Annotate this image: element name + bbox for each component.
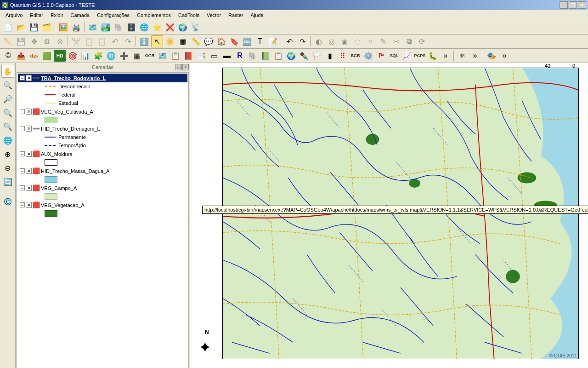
info-c-icon[interactable]: Ⓒ [1,196,14,208]
move-feature-icon[interactable]: ✥ [28,35,40,47]
collapse-icon[interactable]: − [20,151,25,156]
panel-undock-icon[interactable]: ◫ [175,64,182,70]
add-postgis-icon[interactable]: 🐘 [113,21,124,33]
gps-icon[interactable]: 📡 [190,21,202,33]
save-edits-icon[interactable]: 💾 [15,35,27,47]
plugin-dots-icon[interactable]: ⠿ [337,50,349,62]
deselect-icon[interactable]: ☀️ [164,35,176,47]
zoom-next-icon[interactable]: ⊖ [1,161,14,174]
layer-checkbox[interactable]: ✕ [26,75,32,81]
copyright-icon[interactable]: © [2,50,14,62]
plugin-mask-icon[interactable]: 🎭 [486,50,498,62]
merge-icon[interactable]: ⧉ [403,35,415,47]
menu-exibir[interactable]: Exibir [47,11,67,19]
deletering-icon[interactable]: ◌ [351,35,363,47]
menu-camada[interactable]: Camada [67,11,94,19]
collapse-icon[interactable]: − [20,168,25,173]
add-spatialite-icon[interactable]: 🗄️ [125,21,137,33]
plugin-bgr-icon[interactable]: BGR [350,50,362,62]
plugin-r-icon[interactable]: R [234,50,246,62]
georef-icon[interactable]: 🎯 [67,50,79,62]
layer-veg-campo[interactable]: − ✕ 🟥 VEG_Campo_A [18,184,187,192]
edit-toggle-icon[interactable]: ✏️ [2,35,14,47]
plugin-grid-icon[interactable]: ▦ [131,50,143,62]
print-icon[interactable]: 🖨️ [70,21,82,33]
plugin-elephant-icon[interactable]: 🐘 [247,50,259,62]
add-vector-icon[interactable]: 🗺️ [87,21,99,33]
split-icon[interactable]: ✂ [390,35,402,47]
pan-icon[interactable]: ✋ [1,65,14,78]
delete-selected-icon[interactable]: ⊘ [54,35,66,47]
collapse-icon[interactable]: − [20,75,25,80]
panel-close-icon[interactable]: ✕ [182,64,189,70]
collapse-icon[interactable]: − [20,202,25,207]
menu-cadtools[interactable]: CadTools [175,11,203,19]
zoom-select-icon[interactable]: 🔍 [1,106,14,119]
menu-complementos[interactable]: Complementos [133,11,175,19]
layer-veg-cultivada[interactable]: − ✕ 🟥 VEG_Veg_Cultivada_A [18,107,187,116]
new-shapefile-icon[interactable]: ⭐ [151,21,163,33]
menu-vector[interactable]: Vector [203,11,225,19]
add-wms-icon[interactable]: 🌐 [138,21,150,33]
plugin-more-icon[interactable]: » [440,50,452,62]
open-project-icon[interactable]: 📂 [15,21,27,33]
plugin-table-icon[interactable]: 📋 [272,50,284,62]
plugin-ogr-icon[interactable]: OGR [144,50,156,62]
form-annotation-icon[interactable]: 📝 [267,35,279,47]
layer-checkbox[interactable]: ✕ [26,151,32,157]
plugin-more2-icon[interactable]: » [469,50,481,62]
text-annotation-icon[interactable]: 🔤 [241,35,253,47]
undo-icon[interactable]: ↶ [109,35,121,47]
maptips-icon[interactable]: 💬 [203,35,215,47]
plugin-pgps-icon[interactable]: PGPS [414,50,426,62]
redo-icon[interactable]: ↷ [122,35,134,47]
composer-icon[interactable]: 🖼️ [57,21,69,33]
refresh-icon[interactable]: 🔄 [1,175,14,188]
save-project-icon[interactable]: 💾 [28,21,40,33]
save-as-icon[interactable]: 🗂️ [41,21,53,33]
select-icon[interactable]: ↖ [151,35,163,47]
node-tool-icon[interactable]: ⚙ [41,35,53,47]
menu-raster[interactable]: Raster [225,11,247,19]
collapse-icon[interactable]: − [20,185,25,190]
identify-icon[interactable]: ℹ️ [138,35,150,47]
undo2-icon[interactable]: ↶ [283,35,295,47]
cut-icon[interactable]: ✂️ [70,35,82,47]
minimize-button[interactable]: _ [560,1,568,9]
open-table-icon[interactable]: ▦ [177,35,189,47]
layer-hid-massa-dagua[interactable]: − ✕ 🟥 HID_Trecho_Massa_Dagua_A [18,167,187,175]
plugin-shape-icon[interactable]: ▬ [221,50,233,62]
plugin-globe-icon[interactable]: 🌐 [105,50,117,62]
plugin-pen-icon[interactable]: ✒️ [298,50,310,62]
addpart-icon[interactable]: ◉ [339,35,351,47]
add-wfs-icon[interactable]: 🌍 [177,21,189,33]
maximize-button[interactable]: ❐ [569,1,577,9]
reshape-icon[interactable]: ✎ [377,35,389,47]
simplify-icon[interactable]: ◐ [313,35,325,47]
add-raster-icon[interactable]: 🏞️ [100,21,112,33]
layer-checkbox[interactable]: ✕ [26,168,32,174]
redo2-icon[interactable]: ↷ [296,35,308,47]
plugin-sql-icon[interactable]: SQL [388,50,400,62]
remove-layer-icon[interactable]: ❌ [164,21,176,33]
plugin-graph-icon[interactable]: 📈 [401,50,413,62]
collapse-icon[interactable]: − [20,109,25,114]
hd-icon[interactable]: HD [54,50,66,62]
layer-aux-moldura[interactable]: − ✕ 🟥 AUX_Moldura [18,150,187,158]
layer-checkbox[interactable]: ✕ [26,202,32,208]
plugin-paste-icon[interactable]: 📋 [170,50,181,62]
paste-icon[interactable]: 📋 [96,35,108,47]
plugin-layer-icon[interactable]: 🧩 [92,50,104,62]
zoom-layer-icon[interactable]: 🔍 [1,120,14,133]
plugin-flag-icon[interactable]: 🏳️ [311,50,323,62]
new-project-icon[interactable]: 📄 [2,21,14,33]
layer-checkbox[interactable]: ✕ [26,185,32,191]
zoom-out-icon[interactable]: 🔎 [1,92,14,105]
deletepart-icon[interactable]: ○ [364,35,376,47]
zoom-full-icon[interactable]: 🌐 [1,134,14,147]
layer-tree[interactable]: − ✕ 〰️ TRA_Trecho_Rodoviario_L Desconhec… [17,72,189,368]
layer-checkbox[interactable]: ✕ [26,126,32,132]
layer-tra-trecho-rodoviario[interactable]: − ✕ 〰️ TRA_Trecho_Rodoviario_L [18,74,187,82]
annotation-icon[interactable]: T [254,35,266,47]
layer-veg-vegetacao[interactable]: − ✕ 🟥 VEG_Vegetacao_A [18,201,187,209]
